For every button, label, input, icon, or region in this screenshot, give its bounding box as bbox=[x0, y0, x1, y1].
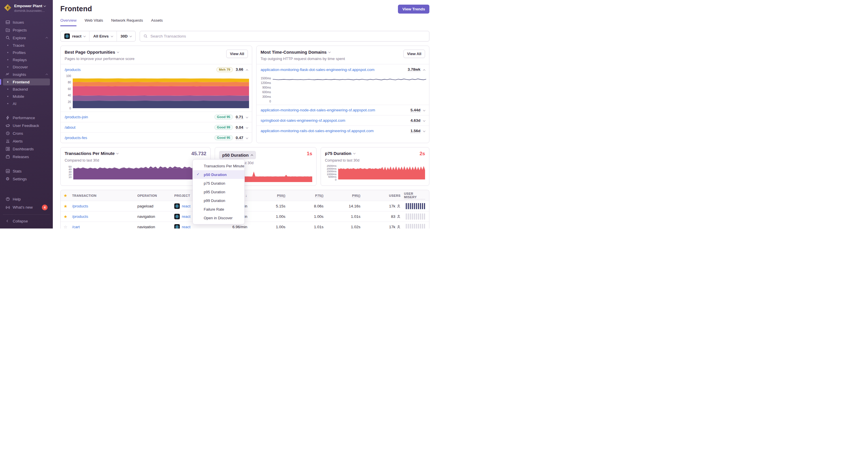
sidebar-item-issues[interactable]: Issues bbox=[3, 19, 50, 26]
column-p95[interactable]: P95() bbox=[325, 194, 362, 197]
sidebar-item-alerts[interactable]: Alerts bbox=[3, 137, 50, 145]
bullet-icon bbox=[7, 81, 8, 83]
sidebar-item-performance[interactable]: Performance bbox=[3, 114, 50, 122]
project-link[interactable]: react bbox=[182, 204, 190, 208]
sidebar-item-discover[interactable]: Discover bbox=[3, 63, 50, 70]
p50-value: 1s bbox=[307, 151, 312, 157]
page-link[interactable]: /products-join bbox=[65, 115, 88, 119]
sidebar-item-settings[interactable]: ⚙ Settings bbox=[3, 175, 50, 183]
domain-link[interactable]: springboot-dot-sales-engineering-sf.apps… bbox=[260, 118, 345, 123]
menu-item-p95[interactable]: p95 Duration bbox=[193, 188, 244, 196]
sidebar-item-backend[interactable]: Backend bbox=[3, 86, 50, 93]
sidebar-item-mobile[interactable]: Mobile bbox=[3, 93, 50, 100]
column-transaction[interactable]: TRANSACTION bbox=[70, 194, 135, 197]
sidebar-item-crons[interactable]: Crons bbox=[3, 130, 50, 137]
panel-subtitle: Pages to improve your performance score bbox=[65, 57, 134, 61]
sidebar-item-label: Projects bbox=[13, 28, 27, 32]
page-row: /about Good 990.04 bbox=[61, 122, 252, 132]
domain-link[interactable]: application-monitoring-node-dot-sales-en… bbox=[260, 108, 375, 112]
view-trends-button[interactable]: View Trends bbox=[398, 5, 429, 13]
sidebar-item-dashboards[interactable]: Dashboards bbox=[3, 145, 50, 153]
sidebar-item-profiles[interactable]: Profiles bbox=[3, 49, 50, 56]
sidebar-item-label: Settings bbox=[13, 177, 27, 181]
column-user-misery[interactable]: USER MISERY bbox=[402, 192, 429, 199]
column-p50[interactable]: P50() bbox=[249, 194, 287, 197]
p75-metric-selector[interactable]: p75 Duration bbox=[325, 151, 355, 156]
score-badge: Good 99 bbox=[214, 125, 233, 130]
sidebar-collapse-button[interactable]: Collapse bbox=[3, 217, 50, 225]
menu-item-failure-rate[interactable]: Failure Rate bbox=[193, 205, 244, 214]
transaction-link[interactable]: /cart bbox=[72, 225, 80, 228]
column-operation[interactable]: OPERATION bbox=[135, 194, 173, 197]
page-link[interactable]: /about bbox=[65, 125, 75, 130]
best-page-opportunities-panel: Best Page Opportunities Pages to improve… bbox=[60, 45, 252, 143]
tab-web-vitals[interactable]: Web Vitals bbox=[85, 18, 103, 26]
org-user: dominik.buszowiec... bbox=[14, 9, 45, 12]
panel-title-best-pages[interactable]: Best Page Opportunities bbox=[65, 50, 134, 55]
column-p75[interactable]: P75() bbox=[287, 194, 325, 197]
domain-link[interactable]: application-monitoring-rails-dot-sales-e… bbox=[260, 129, 374, 133]
view-all-button[interactable]: View All bbox=[226, 50, 248, 58]
star-toggle[interactable]: ★ bbox=[61, 214, 70, 219]
menu-item-tpm[interactable]: Transactions Per Minute bbox=[193, 162, 244, 170]
env-filter[interactable]: All Envs bbox=[89, 31, 117, 41]
sidebar-item-user-feedback[interactable]: User Feedback bbox=[3, 122, 50, 129]
opportunity-value: 3.66 bbox=[236, 67, 243, 72]
view-all-button[interactable]: View All bbox=[403, 50, 425, 58]
column-users[interactable]: USERS bbox=[362, 194, 402, 197]
bullet-icon bbox=[7, 89, 8, 90]
users-cell: 17k bbox=[362, 204, 402, 208]
star-toggle[interactable]: ☆ bbox=[61, 225, 70, 229]
sort-desc-icon: ↓ bbox=[245, 193, 247, 198]
menu-item-p99[interactable]: p99 Duration bbox=[193, 196, 244, 205]
search-transactions-input[interactable]: Search Transactions bbox=[140, 31, 429, 41]
sidebar-item-insights[interactable]: Insights bbox=[3, 71, 50, 78]
transaction-link[interactable]: /products bbox=[72, 215, 88, 219]
expand-row-button[interactable] bbox=[423, 108, 425, 112]
org-switcher[interactable]: Empower Plant dominik.buszowiec... bbox=[0, 0, 53, 15]
panel-title-domains[interactable]: Most Time-Consuming Domains bbox=[260, 50, 345, 55]
menu-item-open-in-discover[interactable]: Open in Discover bbox=[193, 214, 244, 222]
project-link[interactable]: react bbox=[182, 215, 190, 219]
sidebar-item-frontend[interactable]: Frontend bbox=[3, 78, 50, 86]
expand-row-button[interactable] bbox=[423, 118, 425, 123]
users-cell: 17k bbox=[362, 225, 402, 228]
menu-item-p50[interactable]: ✓p50 Duration bbox=[193, 170, 244, 179]
sidebar-item-replays[interactable]: Replays bbox=[3, 56, 50, 63]
menu-item-p75[interactable]: p75 Duration bbox=[193, 179, 244, 188]
sidebar-item-stats[interactable]: Stats bbox=[3, 167, 50, 175]
insights-icon bbox=[5, 72, 10, 77]
sidebar-item-traces[interactable]: Traces bbox=[3, 42, 50, 49]
sidebar-item-ai[interactable]: AI bbox=[3, 100, 50, 107]
broadcast-icon bbox=[5, 205, 10, 210]
expand-row-button[interactable] bbox=[423, 129, 425, 133]
sidebar-item-releases[interactable]: Releases bbox=[3, 153, 50, 160]
transaction-link[interactable]: /products bbox=[72, 204, 88, 208]
expand-row-button[interactable] bbox=[246, 136, 248, 140]
tpm-metric-selector[interactable]: Transactions Per Minute bbox=[65, 151, 118, 156]
tab-overview[interactable]: Overview bbox=[60, 18, 76, 26]
project-filter[interactable]: react bbox=[61, 31, 89, 41]
star-toggle[interactable]: ★ bbox=[61, 204, 70, 209]
tab-network-requests[interactable]: Network Requests bbox=[111, 18, 143, 26]
sidebar-item-projects[interactable]: Projects bbox=[3, 26, 50, 34]
date-filter[interactable]: 30D bbox=[117, 31, 135, 41]
page-link[interactable]: /products-fes bbox=[65, 136, 87, 140]
domain-link[interactable]: application-monitoring-flask-dot-sales-e… bbox=[260, 67, 375, 72]
expand-row-button[interactable] bbox=[246, 115, 248, 119]
page-link[interactable]: /products bbox=[65, 67, 81, 72]
help-icon bbox=[5, 197, 10, 202]
sidebar-item-label: Dashboards bbox=[13, 147, 34, 151]
user-icon bbox=[397, 204, 401, 208]
expand-row-button[interactable] bbox=[246, 125, 248, 130]
sidebar-item-whats-new[interactable]: What's new 4 bbox=[3, 203, 50, 211]
tab-assets[interactable]: Assets bbox=[151, 18, 163, 26]
collapse-row-button[interactable] bbox=[246, 67, 248, 72]
sidebar-item-help[interactable]: Help bbox=[3, 195, 50, 203]
p50-metric-selector[interactable]: p50 Duration bbox=[219, 151, 256, 159]
sidebar-item-explore[interactable]: Explore bbox=[3, 34, 50, 41]
bullet-icon bbox=[7, 96, 8, 97]
star-header-icon[interactable]: ★ bbox=[61, 193, 70, 198]
project-link[interactable]: react bbox=[182, 225, 190, 228]
collapse-row-button[interactable] bbox=[423, 67, 425, 72]
